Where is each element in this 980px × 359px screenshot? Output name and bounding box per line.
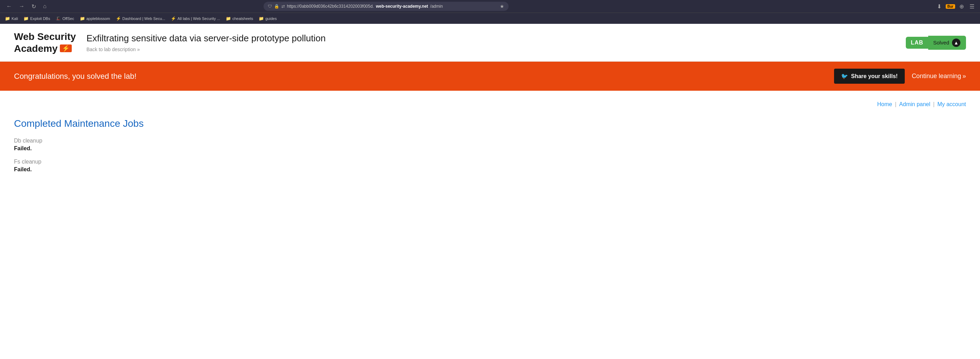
bookmark-offsec[interactable]: 🎩 OffSec <box>54 15 76 22</box>
wsa-header: Web Security Academy ⚡ Exfiltrating sens… <box>0 24 980 62</box>
url-path: /admin <box>430 4 443 9</box>
logo-line1: Web Security <box>14 31 76 43</box>
folder-icon: 📁 <box>259 16 264 21</box>
share-label: Share your skills! <box>851 73 897 80</box>
browser-chrome: ← → ↻ ⌂ 🛡 🔒 ⇄ https://0abb009d036c42b6c3… <box>0 0 980 24</box>
hat-icon: 🎩 <box>56 16 61 21</box>
my-account-link[interactable]: My account <box>937 101 966 107</box>
page-title: Completed Maintenance Jobs <box>14 118 966 129</box>
folder-icon: 📁 <box>24 16 29 21</box>
burp-badge: Bur <box>946 4 955 9</box>
separator-1: | <box>895 101 896 107</box>
job-status-fs: Failed. <box>14 166 966 173</box>
continue-label: Continue learning <box>912 72 961 80</box>
reload-button[interactable]: ↻ <box>29 2 38 11</box>
folder-icon: 📁 <box>226 16 231 21</box>
pocket-icon[interactable]: ⬇ <box>935 2 943 11</box>
url-prefix: https://0abb009d036c42b6c3314202003f005d… <box>287 4 374 9</box>
main-content: Home | Admin panel | My account Complete… <box>0 91 980 231</box>
browser-titlebar: ← → ↻ ⌂ 🛡 🔒 ⇄ https://0abb009d036c42b6c3… <box>0 0 980 13</box>
bookmark-cheatsheets[interactable]: 📁 cheatsheets <box>224 15 255 22</box>
solved-label: Solved <box>933 40 949 46</box>
back-chevron: » <box>137 46 140 52</box>
bookmark-dashboard[interactable]: ⚡ Dashboard | Web Secu... <box>114 15 168 22</box>
solved-badge: Solved ▲ <box>928 36 966 50</box>
banner-actions: 🐦 Share your skills! Continue learning » <box>834 69 966 84</box>
top-nav-links: Home | Admin panel | My account <box>14 101 966 107</box>
logo-line2-container: Academy ⚡ <box>14 43 76 55</box>
job-item-db-cleanup: Db cleanup Failed. <box>14 138 966 152</box>
continue-chevron: » <box>963 72 966 80</box>
bookmark-guides-label: guides <box>265 16 277 21</box>
bookmark-dashboard-label: Dashboard | Web Secu... <box>123 16 165 21</box>
favorite-icon[interactable]: ★ <box>500 3 504 9</box>
bookmark-exploit-label: Exploit DBs <box>30 16 50 21</box>
continue-learning-link[interactable]: Continue learning » <box>912 72 966 80</box>
shield-icon: 🛡 <box>268 4 272 9</box>
lab-title: Exfiltrating sensitive data via server-s… <box>86 33 895 44</box>
sync-icon: ⇄ <box>282 4 285 9</box>
lab-badge: LAB <box>906 37 928 49</box>
twitter-icon: 🐦 <box>841 73 848 80</box>
menu-icon[interactable]: ☰ <box>968 2 976 11</box>
lock-icon: 🔒 <box>274 4 279 9</box>
congratulations-message: Congratulations, you solved the lab! <box>14 72 137 81</box>
lab-info: Exfiltrating sensitive data via server-s… <box>86 33 895 52</box>
separator-2: | <box>933 101 934 107</box>
wsa-logo[interactable]: Web Security Academy ⚡ <box>14 31 76 54</box>
lightning-icon: ⚡ <box>116 16 121 21</box>
address-bar[interactable]: 🛡 🔒 ⇄ https://0abb009d036c42b6c331420200… <box>264 2 509 11</box>
logo-line2: Academy <box>14 43 58 55</box>
extensions-icon[interactable]: ⊕ <box>958 2 965 11</box>
share-skills-button[interactable]: 🐦 Share your skills! <box>834 69 904 84</box>
back-link-text: Back to lab description <box>86 46 136 52</box>
bookmark-offsec-label: OffSec <box>62 16 74 21</box>
browser-bookmarks: 📁 Kali 📁 Exploit DBs 🎩 OffSec 📁 appleblo… <box>0 13 980 24</box>
bookmark-guides[interactable]: 📁 guides <box>256 15 278 22</box>
home-link[interactable]: Home <box>877 101 892 107</box>
bookmark-kali-label: Kali <box>11 16 18 21</box>
job-name-db: Db cleanup <box>14 138 966 144</box>
back-button[interactable]: ← <box>4 2 14 11</box>
browser-right-icons: ⬇ Bur ⊕ ☰ <box>935 2 976 11</box>
logo-lightning-badge: ⚡ <box>60 45 72 52</box>
back-to-description-link[interactable]: Back to lab description » <box>86 46 895 52</box>
folder-icon: 📁 <box>5 16 10 21</box>
bookmark-cheatsheets-label: cheatsheets <box>232 16 253 21</box>
bookmark-exploit-dbs[interactable]: 📁 Exploit DBs <box>21 15 52 22</box>
job-item-fs-cleanup: Fs cleanup Failed. <box>14 159 966 173</box>
folder-icon: 📁 <box>80 16 85 21</box>
lightning-icon: ⚡ <box>171 16 176 21</box>
bookmark-all-labs-label: All labs | Web Security ... <box>177 16 220 21</box>
bookmark-kali[interactable]: 📁 Kali <box>3 15 20 22</box>
lab-status: LAB Solved ▲ <box>906 36 966 50</box>
job-name-fs: Fs cleanup <box>14 159 966 165</box>
bookmark-appleblossom[interactable]: 📁 appleblossom <box>78 15 112 22</box>
solved-icon: ▲ <box>952 38 960 47</box>
url-domain: web-security-academy.net <box>376 4 428 9</box>
forward-button[interactable]: → <box>17 2 27 11</box>
bookmark-appleblossom-label: appleblossom <box>86 16 110 21</box>
bookmark-all-labs[interactable]: ⚡ All labs | Web Security ... <box>169 15 222 22</box>
admin-panel-link[interactable]: Admin panel <box>899 101 930 107</box>
home-button[interactable]: ⌂ <box>41 2 49 11</box>
success-banner: Congratulations, you solved the lab! 🐦 S… <box>0 62 980 91</box>
job-status-db: Failed. <box>14 145 966 152</box>
